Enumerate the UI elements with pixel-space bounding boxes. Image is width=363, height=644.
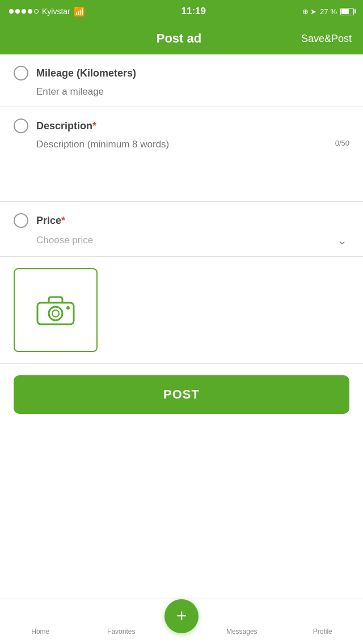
battery-icon <box>340 8 354 15</box>
tab-favorites-label: Favorites <box>107 628 135 635</box>
price-section: Price* Choose price ⌄ <box>0 202 363 257</box>
tab-bar: Home Favorites + Messages <box>0 599 363 644</box>
mileage-section: Mileage (Kilometers) <box>0 54 363 107</box>
status-time: 11:19 <box>182 6 206 17</box>
plus-icon: + <box>176 607 187 625</box>
tab-favorites[interactable]: Favorites <box>81 608 162 635</box>
svg-point-2 <box>52 310 59 317</box>
form-content: Mileage (Kilometers) Description* 0/50 P… <box>0 54 363 599</box>
mileage-input[interactable] <box>36 86 349 98</box>
description-area: 0/50 <box>36 139 349 192</box>
signal-dot-5 <box>34 9 39 14</box>
signal-dot-2 <box>15 9 20 14</box>
nav-bar: Post ad Save&Post <box>0 23 363 54</box>
camera-icon <box>35 294 76 327</box>
wifi-icon: 📶 <box>74 6 85 17</box>
description-header: Description* <box>14 118 349 133</box>
status-left: Kyivstar 📶 <box>9 6 85 17</box>
post-button[interactable]: POST <box>14 375 349 414</box>
tab-profile-label: Profile <box>313 628 332 635</box>
description-section: Description* 0/50 <box>0 107 363 202</box>
description-required: * <box>92 120 96 132</box>
post-section: POST <box>0 364 363 425</box>
battery-container <box>340 8 354 15</box>
mileage-radio[interactable] <box>14 66 28 80</box>
chevron-down-icon: ⌄ <box>337 234 347 247</box>
description-label: Description* <box>36 120 96 132</box>
battery-fill <box>341 9 349 14</box>
signal-dot-4 <box>28 9 32 14</box>
tab-home[interactable]: Home <box>0 608 81 635</box>
tab-messages-label: Messages <box>226 628 258 635</box>
status-bar: Kyivstar 📶 11:19 ⊕ ➤ 27 % <box>0 0 363 23</box>
photo-section <box>0 257 363 364</box>
svg-point-3 <box>66 306 70 310</box>
signal-dot-3 <box>22 9 26 14</box>
price-header: Price* <box>14 213 349 228</box>
battery-percent: 27 % <box>320 7 337 16</box>
tab-profile[interactable]: Profile <box>282 608 364 635</box>
tab-home-label: Home <box>31 628 49 635</box>
price-placeholder: Choose price <box>36 235 93 246</box>
description-textarea[interactable] <box>36 139 349 190</box>
price-label: Price* <box>36 215 65 227</box>
tab-post[interactable]: + <box>162 611 201 633</box>
save-post-button[interactable]: Save&Post <box>301 33 352 45</box>
status-right: ⊕ ➤ 27 % <box>302 7 354 16</box>
mileage-header: Mileage (Kilometers) <box>14 66 349 80</box>
photo-upload-button[interactable] <box>14 268 98 352</box>
signal-dots <box>9 9 39 14</box>
price-radio[interactable] <box>14 213 28 228</box>
mileage-label: Mileage (Kilometers) <box>36 67 136 79</box>
description-radio[interactable] <box>14 118 28 133</box>
post-center-button[interactable]: + <box>164 599 199 633</box>
signal-dot-1 <box>9 9 14 14</box>
price-required: * <box>61 215 65 226</box>
page-title: Post ad <box>157 31 201 46</box>
tab-messages[interactable]: Messages <box>201 608 282 635</box>
location-icon: ⊕ ➤ <box>302 7 317 16</box>
svg-point-1 <box>49 307 62 320</box>
price-dropdown[interactable]: Choose price ⌄ <box>36 234 349 247</box>
carrier-label: Kyivstar <box>42 7 70 16</box>
char-count: 0/50 <box>335 139 349 147</box>
